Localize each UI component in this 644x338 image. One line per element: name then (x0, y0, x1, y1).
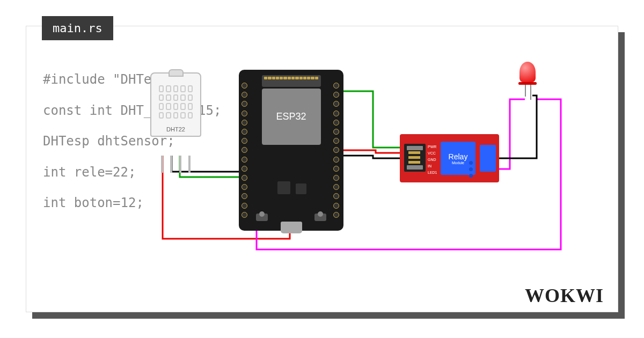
dht22-body: DHT22 (150, 72, 201, 137)
relay-pwr-label: PWR (428, 144, 437, 150)
esp32-usb-port (281, 222, 302, 233)
esp32-chip-icon (277, 181, 290, 194)
relay-gnd-label: GND (428, 157, 437, 163)
code-line: int boton=12; (43, 188, 221, 219)
esp32-en-button[interactable] (314, 214, 326, 221)
code-line: int rele=22; (43, 157, 221, 188)
relay-module[interactable]: PWR VCC GND IN LED1 Relay Module (400, 134, 499, 182)
relay-block-subtitle: Module (452, 161, 464, 165)
esp32-chip-icon (296, 183, 306, 194)
esp32-pins-right (333, 83, 341, 218)
relay-input-pins (408, 151, 420, 164)
dht22-pins (158, 156, 194, 173)
dht22-grille (159, 85, 193, 119)
led-red[interactable] (519, 62, 537, 100)
esp32-pins-left (241, 83, 249, 218)
relay-led1-label: LED1 (428, 170, 437, 176)
relay-pin-labels: PWR VCC GND IN LED1 (428, 144, 437, 175)
dht22-label: DHT22 (151, 126, 200, 133)
relay-indicator-dots (469, 161, 473, 178)
relay-vcc-label: VCC (428, 150, 437, 157)
esp32-boot-button[interactable] (256, 214, 268, 221)
dht22-sensor[interactable]: DHT22 (150, 72, 201, 156)
dht22-cap (169, 69, 184, 77)
relay-block-title: Relay (449, 152, 468, 161)
filename-tab[interactable]: main.rs (42, 16, 113, 40)
esp32-antenna-dots (264, 77, 318, 85)
led-bulb (519, 62, 536, 82)
relay-terminal-block (480, 145, 496, 172)
esp32-shield: ESP32 (262, 89, 321, 145)
led-legs (519, 85, 537, 100)
wokwi-logo: WOKWI (525, 284, 604, 307)
relay-in-label: IN (428, 163, 437, 170)
esp32-board[interactable]: ESP32 (239, 70, 343, 231)
